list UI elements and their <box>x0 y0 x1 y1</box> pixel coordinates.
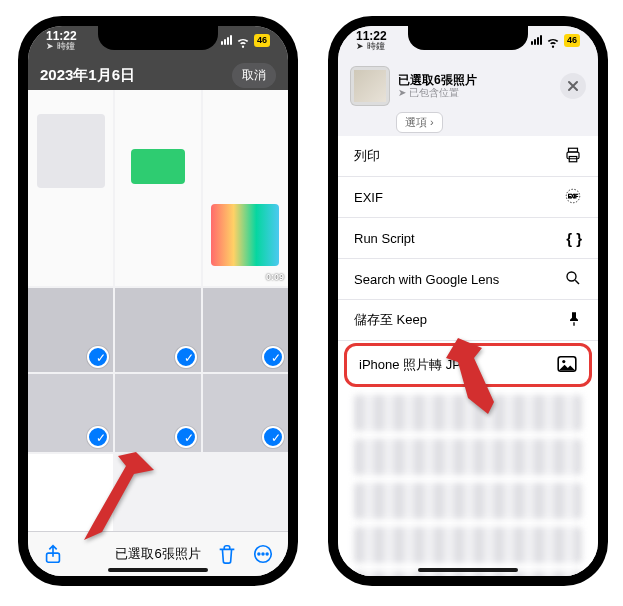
blurred-action <box>354 395 582 431</box>
action-label: Run Script <box>354 231 415 246</box>
blurred-action <box>354 527 582 563</box>
action-save-keep[interactable]: 儲存至 Keep <box>338 300 598 341</box>
empty-cell <box>203 454 288 532</box>
action-label: Search with Google Lens <box>354 272 499 287</box>
photo-thumb-selected[interactable]: ✓ <box>203 288 288 372</box>
screen-left: 11:22 ➤ 時鐘 46 2023年1月6日 取消 <box>28 26 288 576</box>
location-arrow-icon: ➤ <box>398 87 406 99</box>
notch <box>98 26 218 50</box>
wifi-icon <box>236 35 250 45</box>
svg-point-4 <box>266 553 268 555</box>
blurred-action <box>354 483 582 519</box>
empty-cell <box>115 454 200 532</box>
printer-icon <box>564 146 582 167</box>
image-icon <box>557 356 577 375</box>
action-exif[interactable]: EXIF EXIF <box>338 177 598 218</box>
location-arrow-icon: ➤ <box>46 41 54 51</box>
svg-point-11 <box>567 272 576 281</box>
photo-thumb-selected[interactable]: ✓ <box>115 288 200 372</box>
wifi-icon <box>546 35 560 45</box>
date-title: 2023年1月6日 <box>40 66 135 85</box>
photo-thumb[interactable] <box>28 90 113 286</box>
share-actions-list[interactable]: 列印 EXIF EXIF Run Script { } Search with … <box>338 136 598 576</box>
options-button[interactable]: 選項 › <box>396 112 443 133</box>
photo-thumb[interactable] <box>115 90 200 286</box>
cellular-icon <box>221 35 232 45</box>
battery-badge: 46 <box>254 34 270 47</box>
close-button[interactable] <box>560 73 586 99</box>
svg-text:EXIF: EXIF <box>568 194 578 199</box>
search-icon <box>564 269 582 290</box>
share-subtitle: 已包含位置 <box>409 87 459 99</box>
keep-icon <box>566 311 582 330</box>
photo-thumb[interactable] <box>28 454 113 532</box>
cellular-icon <box>531 35 542 45</box>
action-print[interactable]: 列印 <box>338 136 598 177</box>
action-google-lens[interactable]: Search with Google Lens <box>338 259 598 300</box>
battery-badge: 46 <box>564 34 580 47</box>
status-app-label: 時鐘 <box>367 41 385 51</box>
action-label: EXIF <box>354 190 383 205</box>
photo-thumb-selected[interactable]: ✓ <box>28 374 113 452</box>
svg-point-2 <box>258 553 260 555</box>
action-label: 列印 <box>354 147 380 165</box>
share-title: 已選取6張照片 <box>398 73 552 87</box>
photo-thumb[interactable]: 0:09 <box>203 90 288 286</box>
photo-thumb-selected[interactable]: ✓ <box>28 288 113 372</box>
share-preview-thumb[interactable] <box>350 66 390 106</box>
svg-point-3 <box>262 553 264 555</box>
action-convert-jpg[interactable]: iPhone 照片轉 JPG <box>344 343 592 387</box>
photo-grid[interactable]: 0:09 ✓ ✓ ✓ ✓ ✓ ✓ <box>28 90 288 532</box>
action-label: 儲存至 Keep <box>354 311 427 329</box>
photo-thumb-selected[interactable]: ✓ <box>203 374 288 452</box>
phone-left: 11:22 ➤ 時鐘 46 2023年1月6日 取消 <box>18 16 298 586</box>
location-arrow-icon: ➤ <box>356 41 364 51</box>
braces-icon: { } <box>566 230 582 247</box>
home-indicator[interactable] <box>418 568 518 572</box>
home-indicator[interactable] <box>108 568 208 572</box>
share-icon[interactable] <box>42 543 64 565</box>
action-label: iPhone 照片轉 JPG <box>359 356 471 374</box>
status-app-label: 時鐘 <box>57 41 75 51</box>
cancel-button[interactable]: 取消 <box>232 63 276 88</box>
notch <box>408 26 528 50</box>
svg-point-13 <box>562 360 565 363</box>
phone-right: 11:22 ➤ 時鐘 46 已選取6張照片 ➤已包含位置 <box>328 16 608 586</box>
exif-icon: EXIF <box>564 187 582 208</box>
action-run-script[interactable]: Run Script { } <box>338 218 598 259</box>
trash-icon[interactable] <box>216 543 238 565</box>
photo-thumb-selected[interactable]: ✓ <box>115 374 200 452</box>
more-icon[interactable] <box>252 543 274 565</box>
screen-right: 11:22 ➤ 時鐘 46 已選取6張照片 ➤已包含位置 <box>338 26 598 576</box>
blurred-action <box>354 439 582 475</box>
video-duration-badge: 0:09 <box>266 272 284 282</box>
